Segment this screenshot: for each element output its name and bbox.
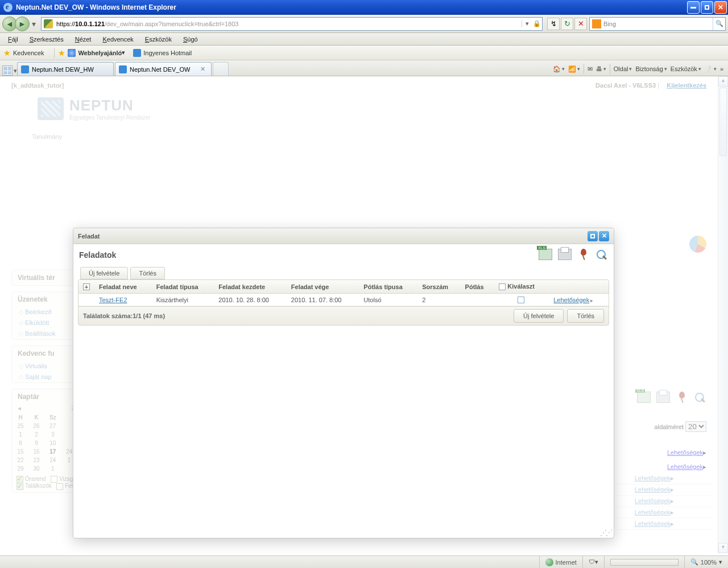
pin-icon[interactable] [577, 249, 590, 261]
search-icon[interactable] [595, 249, 608, 261]
row-options-link[interactable]: Lehetőségek [553, 297, 589, 303]
resize-grip-icon[interactable]: ⋰⋰ [600, 529, 611, 537]
help-button[interactable]: ❔▾ [705, 65, 717, 73]
tools-menu[interactable]: Eszközök▾ [671, 65, 701, 72]
bg-pin-icon[interactable] [676, 392, 688, 404]
url-text: https://10.0.1.121/dev_ow/main.aspx?isme… [55, 20, 522, 27]
tab-close-icon[interactable]: ✕ [198, 65, 208, 73]
protected-mode[interactable]: 🛡▾ [582, 556, 604, 568]
expand-all-icon[interactable]: + [83, 283, 90, 290]
add-favorite-icon[interactable]: ★ [58, 48, 65, 57]
print-icon[interactable] [558, 249, 572, 260]
refresh-button[interactable]: ↻ [561, 18, 573, 30]
minimize-button[interactable] [687, 1, 700, 14]
compat-view-button[interactable]: ↯ [547, 18, 560, 30]
row-end: 2010. 11. 07. 8:00 [287, 294, 359, 306]
bg-opt-0[interactable]: Lehetőségek [667, 449, 703, 456]
maximize-button[interactable] [701, 1, 713, 14]
col-ord[interactable]: Sorszám [417, 280, 460, 294]
col-repl[interactable]: Pótlás típusa [359, 280, 417, 294]
chk-vizsgak[interactable] [51, 476, 57, 483]
bg-export-xls-icon[interactable] [637, 392, 651, 403]
lock-icon: 🔒 [532, 20, 542, 27]
menu-edit[interactable]: Szerkesztés [24, 35, 69, 44]
address-dropdown[interactable]: ▾ [522, 20, 532, 27]
row-repl: Utolsó [359, 294, 417, 306]
stop-button[interactable]: ✕ [574, 18, 587, 30]
tab-delete[interactable]: Törlés [130, 267, 165, 279]
nav-tanulmany[interactable]: Tanulmány [26, 130, 68, 143]
tab-new[interactable]: Új felvétele [80, 267, 128, 279]
search-box[interactable]: Bing 🔍 [589, 17, 726, 31]
feeds-button[interactable]: 📶▾ [568, 65, 580, 73]
favorites-label[interactable]: Kedvencek [13, 50, 44, 56]
search-placeholder: Bing [603, 20, 713, 27]
scroll-up[interactable]: ▴ [718, 76, 728, 87]
neptun-logo: NEPTUNEgységes Tanulmányi Rendszer [38, 97, 680, 121]
window-titlebar: Neptun.Net DEV_OW - Windows Internet Exp… [0, 0, 728, 15]
scroll-thumb[interactable] [719, 88, 727, 156]
result-count: Találatok száma:1/1 (47 ms) [83, 312, 165, 319]
cal-prev[interactable]: ◄ [16, 405, 22, 411]
safety-menu[interactable]: Biztonság▾ [635, 65, 667, 72]
read-mail-button[interactable]: ✉ [588, 65, 593, 73]
col-type[interactable]: Feladat típusa [152, 280, 214, 294]
tab-1-active[interactable]: Neptun.Net DEV_OW✕ [115, 62, 212, 76]
col-select[interactable]: Kiválaszt [494, 280, 549, 294]
menu-file[interactable]: Fájl [2, 35, 24, 44]
menu-tools[interactable]: Eszközök [139, 35, 177, 44]
address-bar[interactable]: https://10.0.1.121/dev_ow/main.aspx?isme… [41, 17, 543, 31]
page-menu[interactable]: Oldal▾ [614, 65, 632, 72]
footer-delete-button[interactable]: Törlés [567, 309, 604, 323]
user-label: Dacsi Axel - V6LSS3 [595, 82, 656, 89]
chk-talalkozok[interactable] [16, 483, 23, 490]
select-all-checkbox[interactable] [499, 283, 506, 290]
favbar-item-webhelyajanlo[interactable]: Webhelyajánló ▾ [68, 49, 125, 57]
menu-view[interactable]: Nézet [69, 35, 97, 44]
search-go-button[interactable]: 🔍 [713, 18, 725, 30]
globe-icon [545, 558, 553, 566]
col-end[interactable]: Feladat vége [287, 280, 359, 294]
tab-1-label: Neptun.Net DEV_OW [130, 66, 190, 73]
quick-tabs-button[interactable] [2, 65, 13, 76]
status-zone[interactable]: Internet [539, 556, 582, 568]
logout-link[interactable]: Kijelentkezés [667, 82, 706, 89]
pagesize-label: aldalméret [655, 423, 684, 430]
row-name-link[interactable]: Teszt-FE2 [99, 297, 127, 303]
export-xls-icon[interactable] [539, 249, 552, 260]
pagesize-select[interactable]: 20 [685, 421, 706, 432]
menu-fav[interactable]: Kedvencek [97, 35, 139, 44]
chk-orarend[interactable] [16, 476, 23, 483]
menu-help[interactable]: Súgó [177, 35, 204, 44]
col-potlas[interactable]: Pótlás [461, 280, 495, 294]
chevrons-button[interactable]: » [720, 65, 723, 72]
home-button[interactable]: 🏠▾ [553, 65, 565, 73]
footer-new-button[interactable]: Új felvétele [514, 309, 564, 323]
zoom-control[interactable]: 🔍 100% ▾ [684, 556, 728, 568]
chk-feladatok[interactable] [56, 483, 63, 490]
modal-maximize-button[interactable] [588, 231, 598, 241]
menu-bar: Fájl Szerkesztés Nézet Kedvencek Eszközö… [0, 33, 728, 46]
pie-chart-icon [689, 236, 706, 253]
bg-print-icon[interactable] [656, 392, 670, 403]
print-button[interactable]: 🖶▾ [596, 65, 606, 72]
col-name[interactable]: Feladat neve [94, 280, 152, 294]
modal-close-button[interactable]: ✕ [599, 231, 609, 241]
row-checkbox[interactable] [518, 297, 524, 303]
favbar-item-hotmail[interactable]: Ingyenes Hotmail [133, 49, 192, 57]
scroll-down[interactable]: ▾ [718, 543, 728, 553]
nav-toolbar: ◄ ► ▾ https://10.0.1.121/dev_ow/main.asp… [0, 15, 728, 33]
bing-icon [592, 19, 601, 28]
vertical-scrollbar[interactable]: ▴ ▾ [718, 76, 728, 553]
col-start[interactable]: Feladat kezdete [214, 280, 287, 294]
tab-0[interactable]: Neptun.Net DEW_HW [17, 62, 114, 76]
nav-history-dropdown[interactable]: ▾ [30, 17, 38, 31]
close-button[interactable] [714, 1, 727, 14]
bg-search-icon[interactable] [694, 392, 706, 404]
forward-button[interactable]: ► [15, 17, 30, 31]
feladat-table: + Feladat neve Feladat típusa Feladat ke… [78, 280, 609, 306]
favorites-star-icon[interactable]: ★ [3, 48, 11, 57]
ie-icon [3, 3, 13, 12]
bg-opt-1[interactable]: Lehetőségek [667, 463, 703, 470]
new-tab-button[interactable] [213, 62, 229, 76]
